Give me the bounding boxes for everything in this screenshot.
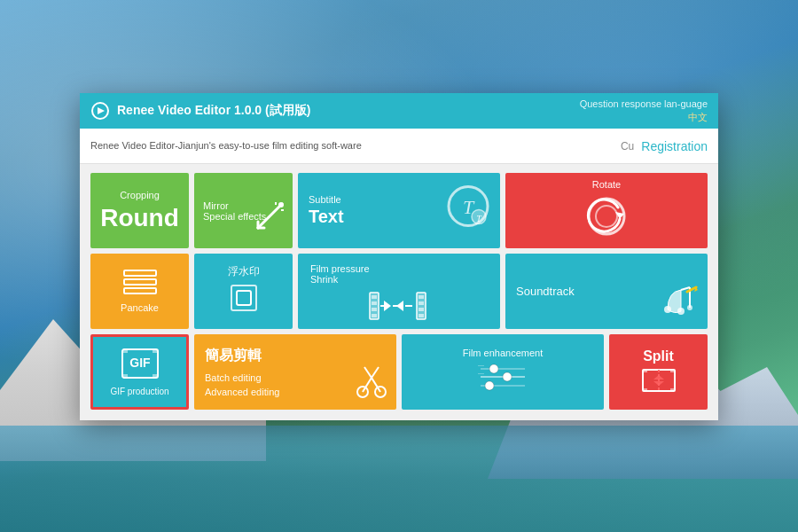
- svg-rect-66: [670, 370, 675, 372]
- title-bar: Renee Video Editor 1.0.0 (試用版) Question …: [80, 93, 718, 129]
- svg-point-36: [664, 306, 671, 313]
- easy-edit-label: 簡易剪輯: [205, 347, 262, 365]
- svg-text:—: —: [478, 362, 484, 368]
- header-link[interactable]: Question response lan-guage 中文: [580, 98, 708, 125]
- svg-line-8: [281, 203, 283, 205]
- soundtrack-label: Soundtrack: [516, 285, 575, 299]
- svg-rect-46: [153, 349, 158, 353]
- language-link[interactable]: 中文: [688, 112, 708, 122]
- svg-rect-47: [122, 374, 128, 378]
- batch-editing-label: Batch editing: [205, 372, 262, 383]
- app-title: Renee Video Editor 1.0.0 (試用版): [117, 103, 310, 119]
- svg-point-37: [677, 308, 685, 315]
- registration-link[interactable]: Registration: [641, 139, 708, 153]
- app-window: Renee Video Editor 1.0.0 (試用版) Question …: [80, 93, 718, 420]
- tiles-container: Cropping Round Mirror Special effects: [80, 164, 718, 420]
- subtitle-icon: T T: [445, 183, 491, 239]
- svg-rect-17: [124, 279, 156, 285]
- tile-rotate[interactable]: Rotate: [505, 173, 708, 248]
- round-label: Round: [100, 204, 179, 232]
- svg-line-54: [372, 367, 379, 378]
- split-icon: [641, 368, 677, 396]
- subtitle-text: Subtitle Text: [309, 194, 344, 226]
- svg-rect-16: [124, 270, 156, 276]
- svg-rect-24: [372, 308, 377, 311]
- film-pressure-sublabel: Shrink: [310, 274, 338, 285]
- subtitle-sublabel: Text: [309, 207, 344, 227]
- film-enhance-label: Film enhancement: [463, 348, 544, 358]
- water: [0, 426, 798, 532]
- svg-rect-48: [153, 374, 158, 378]
- svg-point-59: [503, 372, 512, 381]
- svg-rect-45: [122, 349, 128, 353]
- tile-mirror[interactable]: Mirror Special effects: [194, 173, 293, 248]
- svg-point-61: [485, 381, 494, 390]
- watermark-label: 浮水印: [228, 265, 260, 279]
- app-description: Renee Video Editor-Jianjun's easy-to-use…: [90, 139, 362, 153]
- gif-icon: GIF: [121, 348, 160, 383]
- tile-film-pressure[interactable]: Film pressure Shrink: [298, 254, 500, 329]
- cropping-label: Cropping: [120, 190, 160, 200]
- svg-rect-67: [643, 388, 647, 391]
- svg-rect-32: [419, 295, 424, 299]
- split-label: Split: [643, 348, 674, 364]
- svg-rect-18: [124, 288, 156, 293]
- tile-gif[interactable]: GIF GIF production: [90, 334, 189, 410]
- wand-icon: [254, 200, 286, 239]
- svg-rect-35: [419, 314, 424, 317]
- svg-rect-34: [419, 308, 424, 311]
- svg-line-38: [681, 287, 690, 290]
- svg-point-40: [687, 305, 692, 310]
- svg-rect-20: [237, 291, 251, 305]
- subtitle-label: Subtitle: [309, 194, 341, 206]
- tile-pancake[interactable]: Pancake: [90, 254, 189, 329]
- advanced-editing-label: Advanced editing: [205, 387, 279, 397]
- svg-rect-68: [670, 388, 675, 391]
- svg-rect-23: [372, 301, 377, 305]
- svg-text:—: —: [478, 370, 484, 376]
- svg-text:GIF: GIF: [129, 356, 151, 370]
- film-pressure-icon: [368, 288, 430, 327]
- svg-point-57: [489, 364, 498, 373]
- rotate-label: Rotate: [592, 179, 621, 191]
- pancake-label: Pancake: [121, 302, 159, 314]
- svg-marker-70: [653, 375, 664, 379]
- svg-rect-33: [419, 301, 424, 305]
- tile-film-enhance[interactable]: Film enhancement — —: [402, 334, 604, 410]
- svg-point-49: [357, 387, 368, 397]
- svg-marker-1: [98, 107, 105, 114]
- svg-rect-25: [372, 314, 377, 317]
- toolbar-right: Cu Registration: [621, 139, 708, 153]
- toolbar: Renee Video Editor-Jianjun's easy-to-use…: [80, 129, 718, 164]
- cut-label: Cu: [621, 140, 634, 153]
- app-icon: [90, 101, 110, 121]
- tile-easy-edit[interactable]: 簡易剪輯 Batch editing Advanced editing: [194, 334, 396, 410]
- scissors-icon: [356, 364, 387, 403]
- film-pressure-text: Film pressure Shrink: [301, 256, 370, 285]
- gif-label: GIF production: [110, 387, 168, 397]
- svg-rect-19: [231, 286, 256, 310]
- watermark-icon: [228, 282, 260, 317]
- film-enhance-icon: — —: [476, 362, 529, 396]
- svg-rect-65: [643, 370, 647, 372]
- tiles-grid: Cropping Round Mirror Special effects: [90, 173, 708, 410]
- rotate-icon: [584, 194, 629, 242]
- svg-line-53: [364, 367, 372, 378]
- svg-marker-27: [384, 301, 391, 311]
- mirror-label: Mirror: [203, 200, 229, 211]
- svg-rect-22: [372, 295, 377, 299]
- svg-marker-71: [653, 381, 664, 386]
- pancake-icon: [122, 269, 158, 299]
- title-bar-left: Renee Video Editor 1.0.0 (試用版): [90, 101, 310, 121]
- tile-watermark[interactable]: 浮水印: [194, 254, 293, 329]
- tile-soundtrack[interactable]: Soundtrack: [505, 254, 708, 329]
- svg-point-14: [596, 206, 617, 227]
- tile-split[interactable]: Split: [609, 334, 708, 410]
- svg-line-2: [258, 205, 281, 228]
- film-pressure-label: Film pressure: [310, 263, 370, 274]
- svg-marker-29: [396, 301, 403, 311]
- soundtrack-icon: [659, 283, 699, 322]
- tile-cropping[interactable]: Cropping Round: [90, 173, 189, 248]
- tile-subtitle[interactable]: Subtitle Text T T: [298, 173, 500, 248]
